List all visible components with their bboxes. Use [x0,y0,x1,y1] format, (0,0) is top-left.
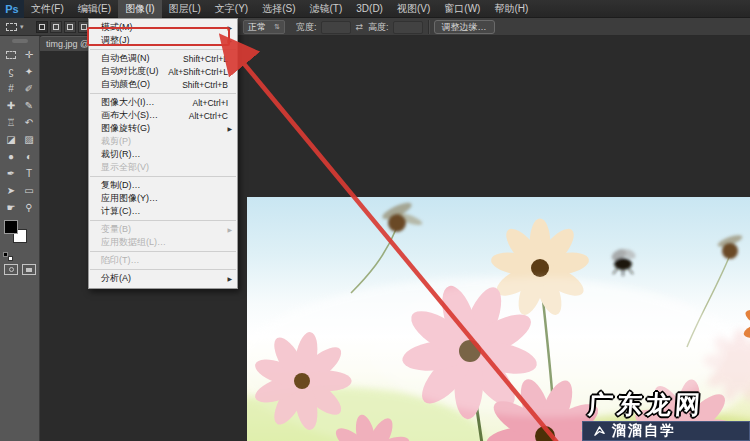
menu-item-trap: 陷印(T)… [89,254,237,267]
watermark-site-title: 广东龙网 [587,388,705,421]
menu-window[interactable]: 窗口(W) [437,0,487,18]
menu-item-trim[interactable]: 裁切(R)… [89,148,237,161]
brush-tool[interactable]: ✎ [20,97,38,114]
new-selection-icon[interactable] [36,21,48,33]
menu-item-auto-contrast[interactable]: 自动对比度(U) Alt+Shift+Ctrl+L [89,65,237,78]
pen-tool[interactable]: ✒ [2,165,20,182]
submenu-arrow-icon: ▶ [227,125,232,132]
menu-image[interactable]: 图像(I) [118,0,161,18]
history-brush-tool[interactable]: ↶ [20,114,38,131]
rect-marquee-tool[interactable] [2,46,20,63]
menu-view[interactable]: 视图(V) [390,0,437,18]
menu-item-auto-tone[interactable]: 自动色调(N) Shift+Ctrl+L [89,52,237,65]
eraser-tool[interactable]: ◪ [2,131,20,148]
image-menu-dropdown: 模式(M) ▶ 调整(J) ▶ 自动色调(N) Shift+Ctrl+L 自动对… [88,18,238,289]
tool-grid: ✛ ϛ ✦ # ✐ ✚ ✎ ♖ ↶ ◪ ▨ ● ◐ ✒ T ➤ ▭ ☛ ⚲ [2,46,38,216]
menu-item-image-rotation[interactable]: 图像旋转(G) ▶ [89,122,237,135]
blur-tool[interactable]: ● [2,148,20,165]
menu-item-analysis[interactable]: 分析(A) ▶ [89,272,237,285]
hand-tool[interactable]: ☛ [2,199,20,216]
height-label: 高度: [368,21,389,34]
menu-item-variables: 变量(B) ▶ [89,223,237,236]
foreground-color-swatch[interactable] [4,220,18,234]
color-swatches [4,220,34,250]
menu-separator [90,220,236,221]
menubar: Ps 文件(F) 编辑(E) 图像(I) 图层(L) 文字(Y) 选择(S) 滤… [0,0,750,18]
tool-preset-picker[interactable]: ▾ [6,20,24,34]
menu-separator [90,251,236,252]
badge-logo-icon [593,425,606,438]
menu-select[interactable]: 选择(S) [255,0,302,18]
shape-tool[interactable]: ▭ [20,182,38,199]
lasso-tool[interactable]: ϛ [2,63,20,80]
menu-item-reveal-all: 显示全部(V) [89,161,237,174]
menu-separator [90,176,236,177]
watermark-badge: 溜溜自学 [582,421,750,441]
path-select-tool[interactable]: ➤ [2,182,20,199]
menu-separator [90,49,236,50]
menu-item-image-size[interactable]: 图像大小(I)… Alt+Ctrl+I [89,96,237,109]
divider [428,20,429,34]
menu-filter[interactable]: 滤镜(T) [303,0,350,18]
photoshop-logo: Ps [0,0,24,18]
marquee-icon [6,51,16,59]
chevron-down-icon: ▾ [20,23,24,31]
move-tool[interactable]: ✛ [20,46,38,63]
default-colors-icon[interactable] [3,252,13,261]
select-stepper-icon: ⇅ [274,23,280,31]
menu-separator [90,269,236,270]
menu-3d[interactable]: 3D(D) [349,0,390,18]
type-tool[interactable]: T [20,165,38,182]
subtract-selection-icon[interactable] [64,21,76,33]
clone-stamp-tool[interactable]: ♖ [2,114,20,131]
menu-item-auto-color[interactable]: 自动颜色(O) Shift+Ctrl+B [89,78,237,91]
dodge-tool[interactable]: ◐ [20,148,38,165]
menu-item-crop: 裁剪(P) [89,135,237,148]
zoom-tool[interactable]: ⚲ [20,199,38,216]
annotation-highlight-box [87,27,230,46]
submenu-arrow-icon: ▶ [227,275,232,282]
quick-mask-icon[interactable] [4,264,18,275]
menu-item-calculations[interactable]: 计算(C)… [89,205,237,218]
menu-item-duplicate[interactable]: 复制(D)… [89,179,237,192]
refine-edge-button[interactable]: 调整边缘… [434,20,495,34]
width-input[interactable] [321,21,351,34]
panel-grip[interactable] [12,39,28,43]
badge-label: 溜溜自学 [612,422,676,440]
menu-item-apply-image[interactable]: 应用图像(Y)… [89,192,237,205]
menu-help[interactable]: 帮助(H) [487,0,535,18]
menu-layer[interactable]: 图层(L) [162,0,208,18]
quick-select-tool[interactable]: ✦ [20,63,38,80]
crop-tool[interactable]: # [2,80,20,97]
marquee-preset-icon [6,23,17,31]
screen-mode-icon[interactable] [22,264,36,275]
gradient-tool[interactable]: ▨ [20,131,38,148]
link-dimensions-icon[interactable]: ⇄ [356,22,364,32]
menu-edit[interactable]: 编辑(E) [71,0,118,18]
menu-item-canvas-size[interactable]: 画布大小(S)… Alt+Ctrl+C [89,109,237,122]
style-select[interactable]: 正常 ⇅ [243,20,285,34]
eyedropper-tool[interactable]: ✐ [20,80,38,97]
add-selection-icon[interactable] [50,21,62,33]
height-input[interactable] [393,21,423,34]
menu-separator [90,93,236,94]
submenu-arrow-icon: ▶ [227,226,232,233]
healing-brush-tool[interactable]: ✚ [2,97,20,114]
width-label: 宽度: [296,21,317,34]
tools-panel: ✛ ϛ ✦ # ✐ ✚ ✎ ♖ ↶ ◪ ▨ ● ◐ ✒ T ➤ ▭ ☛ ⚲ [0,36,40,441]
menu-item-apply-data-set: 应用数据组(L)… [89,236,237,249]
menu-type[interactable]: 文字(Y) [208,0,255,18]
menu-file[interactable]: 文件(F) [24,0,71,18]
